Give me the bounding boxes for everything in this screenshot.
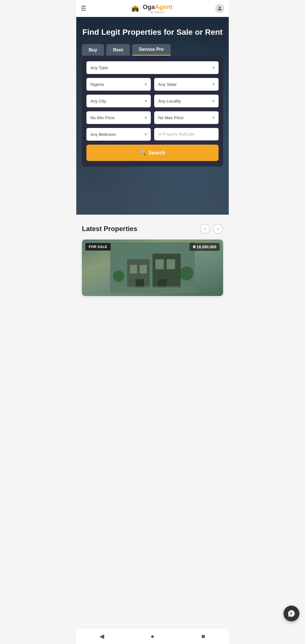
- carousel-nav: ‹ ›: [200, 224, 223, 234]
- svg-point-5: [219, 6, 221, 8]
- hero-content: Find Legit Properties for Sale or Rent B…: [82, 23, 223, 167]
- user-profile-button[interactable]: [215, 4, 224, 13]
- next-arrow[interactable]: ›: [213, 224, 223, 234]
- max-price-select[interactable]: No Max Price: [154, 111, 219, 124]
- hero-section: Find Legit Properties for Sale or Rent B…: [76, 17, 229, 215]
- locality-select[interactable]: Any Locality: [154, 95, 219, 107]
- logo-subtitle: by Retenvo: [143, 11, 172, 14]
- app-header: ☰ OgaAgent OgaAgent by Retenvo: [76, 0, 229, 17]
- svg-rect-12: [167, 259, 175, 269]
- building-illustration: [110, 242, 195, 293]
- hamburger-button[interactable]: ☰: [81, 5, 86, 12]
- search-button[interactable]: 🔍 Search: [86, 145, 219, 161]
- svg-text:OgaAgent: OgaAgent: [133, 6, 138, 8]
- bedroom-select[interactable]: Any Bedroom: [86, 128, 151, 141]
- svg-rect-9: [130, 265, 137, 273]
- section-header: Latest Properties ‹ ›: [82, 224, 223, 234]
- svg-rect-3: [134, 10, 137, 12]
- search-icon: 🔍: [140, 150, 146, 156]
- svg-rect-15: [110, 286, 195, 293]
- refcode-wrapper: [154, 128, 219, 141]
- svg-point-17: [179, 266, 193, 280]
- country-select[interactable]: Nigeria: [86, 78, 151, 91]
- max-price-wrapper: No Max Price ▼: [154, 111, 219, 124]
- logo-text: OgaAgent by Retenvo: [143, 3, 172, 14]
- type-select-wrapper: Any Type ▼: [86, 61, 219, 74]
- refcode-input[interactable]: [154, 128, 219, 140]
- state-select-wrapper: Any State ▼: [154, 78, 219, 91]
- search-tabs: Buy Rent Service Pro: [82, 44, 223, 56]
- prev-arrow[interactable]: ‹: [200, 224, 210, 234]
- search-form: Any Type ▼ Nigeria ▼ Any State ▼: [82, 56, 223, 167]
- price-badge: ₦ 18,000,000: [189, 243, 220, 251]
- logo: OgaAgent OgaAgent by Retenvo: [129, 2, 172, 15]
- tab-rent[interactable]: Rent: [106, 44, 130, 56]
- country-select-wrapper: Nigeria ▼: [86, 78, 151, 91]
- property-card[interactable]: FOR SALE ₦ 18,000,000: [82, 240, 223, 296]
- svg-rect-11: [155, 259, 164, 269]
- for-sale-badge: FOR SALE: [85, 243, 111, 251]
- search-button-label: Search: [148, 150, 165, 156]
- latest-properties-section: Latest Properties ‹ ›: [76, 215, 229, 302]
- tab-buy[interactable]: Buy: [82, 44, 104, 56]
- country-state-row: Nigeria ▼ Any State ▼: [86, 78, 219, 91]
- svg-rect-10: [140, 265, 147, 273]
- city-select[interactable]: Any City: [86, 95, 151, 107]
- bedroom-select-wrapper: Any Bedroom ▼: [86, 128, 151, 141]
- type-row: Any Type ▼: [86, 61, 219, 74]
- min-price-select[interactable]: No Min Price: [86, 111, 151, 124]
- section-title: Latest Properties: [82, 225, 137, 233]
- type-select[interactable]: Any Type: [86, 61, 219, 74]
- svg-point-16: [113, 271, 124, 282]
- state-select[interactable]: Any State: [154, 78, 219, 91]
- hero-title: Find Legit Properties for Sale or Rent: [82, 27, 223, 37]
- price-row: No Min Price ▼ No Max Price ▼: [86, 111, 219, 124]
- locality-select-wrapper: Any Locality ▼: [154, 95, 219, 107]
- tab-service-pro[interactable]: Service Pro: [132, 44, 171, 56]
- city-locality-row: Any City ▼ Any Locality ▼: [86, 95, 219, 107]
- city-select-wrapper: Any City ▼: [86, 95, 151, 107]
- min-price-wrapper: No Min Price ▼: [86, 111, 151, 124]
- logo-icon: OgaAgent: [129, 2, 141, 15]
- bedroom-refcode-row: Any Bedroom ▼: [86, 128, 219, 141]
- property-image: FOR SALE ₦ 18,000,000: [82, 240, 223, 296]
